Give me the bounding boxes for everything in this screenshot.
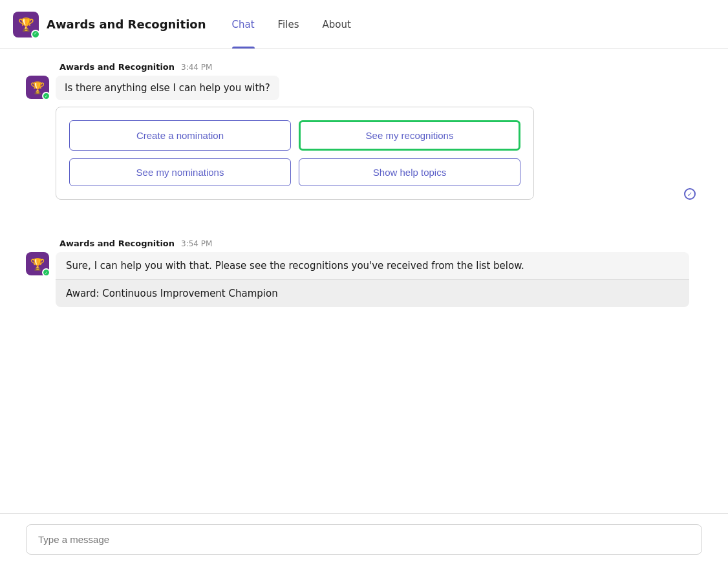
message-meta-2: Awards and Recognition 3:54 PM: [26, 239, 702, 248]
message-row-1: 🏆 Is there anything else I can help you …: [26, 76, 702, 200]
message-content-2: Sure, I can help you with that. Please s…: [56, 252, 689, 307]
bot-trophy-icon-2: 🏆: [30, 257, 45, 271]
create-nomination-button[interactable]: Create a nomination: [69, 120, 291, 151]
show-help-topics-button[interactable]: Show help topics: [299, 158, 520, 186]
app-header: 🏆 Awards and Recognition Chat Files Abou…: [0, 0, 728, 49]
message-bubble-sub-2: Award: Continuous Improvement Champion: [56, 279, 689, 307]
message-content-1: Is there anything else I can help you wi…: [56, 76, 672, 200]
message-time-2: 3:54 PM: [181, 239, 212, 248]
see-my-recognitions-button[interactable]: See my recognitions: [299, 120, 520, 151]
message-row-2: 🏆 Sure, I can help you with that. Please…: [26, 252, 702, 307]
tab-files[interactable]: Files: [268, 0, 310, 48]
message-sender-1: Awards and Recognition: [59, 62, 175, 72]
message-bubble-main-2: Sure, I can help you with that. Please s…: [56, 252, 689, 279]
bot-status-dot-2: [42, 268, 50, 277]
chat-area: Awards and Recognition 3:44 PM 🏆 Is ther…: [0, 49, 728, 513]
action-buttons-grid: Create a nomination See my recognitions …: [69, 120, 520, 186]
app-icon: 🏆: [13, 12, 39, 37]
tab-chat[interactable]: Chat: [222, 0, 265, 48]
bot-avatar-2: 🏆: [26, 252, 49, 275]
message-group-2: Awards and Recognition 3:54 PM 🏆 Sure, I…: [26, 239, 702, 307]
app-title: Awards and Recognition: [47, 17, 206, 31]
trophy-icon: 🏆: [18, 17, 34, 32]
bot-avatar-1: 🏆: [26, 76, 49, 99]
message-group-1: Awards and Recognition 3:44 PM 🏆 Is ther…: [26, 62, 702, 200]
message-input-area: [0, 513, 728, 565]
message-meta-1: Awards and Recognition 3:44 PM: [26, 62, 702, 72]
bot-trophy-icon-1: 🏆: [30, 81, 45, 94]
bot-status-dot-1: [42, 92, 50, 100]
action-card-1: Create a nomination See my recognitions …: [56, 107, 534, 200]
status-dot: [31, 30, 40, 39]
message-time-1: 3:44 PM: [181, 63, 212, 72]
message-sender-2: Awards and Recognition: [59, 239, 175, 248]
message-bubble-1: Is there anything else I can help you wi…: [56, 76, 279, 100]
message-input[interactable]: [26, 524, 702, 555]
tab-about[interactable]: About: [312, 0, 361, 48]
read-icon-1: ✓: [684, 188, 696, 200]
see-my-nominations-button[interactable]: See my nominations: [69, 158, 291, 186]
read-receipt-1: ✓: [684, 188, 702, 200]
nav-tabs: Chat Files About: [222, 0, 361, 48]
